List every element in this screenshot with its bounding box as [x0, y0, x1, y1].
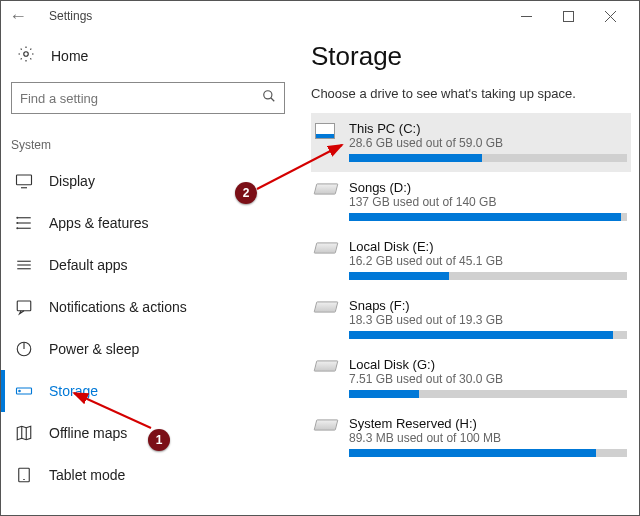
sidebar-item-label: Default apps [49, 257, 128, 273]
drive-usage: 28.6 GB used out of 59.0 GB [349, 136, 627, 150]
sidebar-item-default-apps[interactable]: Default apps [1, 244, 297, 286]
search-box[interactable] [11, 82, 285, 114]
annotation-marker-2: 2 [235, 182, 257, 204]
close-button[interactable] [589, 2, 631, 30]
drive-usage: 89.3 MB used out of 100 MB [349, 431, 627, 445]
sidebar-item-apps[interactable]: Apps & features [1, 202, 297, 244]
drive-usage: 137 GB used out of 140 GB [349, 195, 627, 209]
sidebar-item-label: Power & sleep [49, 341, 139, 357]
svg-point-5 [264, 91, 272, 99]
window-title: Settings [49, 9, 92, 23]
drive-row[interactable]: Local Disk (E:)16.2 GB used out of 45.1 … [311, 231, 631, 290]
default-apps-icon [13, 256, 35, 274]
usage-bar [349, 272, 627, 280]
search-input[interactable] [20, 91, 262, 106]
svg-point-22 [19, 390, 21, 392]
page-description: Choose a drive to see what's taking up s… [311, 86, 631, 101]
svg-point-13 [17, 223, 18, 224]
drive-row[interactable]: System Reserved (H:)89.3 MB used out of … [311, 408, 631, 467]
section-label: System [1, 120, 297, 160]
sidebar-item-power[interactable]: Power & sleep [1, 328, 297, 370]
drive-name: This PC (C:) [349, 121, 627, 136]
usage-bar [349, 390, 627, 398]
usage-bar [349, 213, 627, 221]
maps-icon [13, 424, 35, 442]
svg-rect-18 [17, 301, 31, 311]
minimize-button[interactable] [505, 2, 547, 30]
maximize-button[interactable] [547, 2, 589, 30]
sidebar-item-notifications[interactable]: Notifications & actions [1, 286, 297, 328]
sidebar-item-label: Notifications & actions [49, 299, 187, 315]
disk-icon [315, 298, 341, 339]
drive-row[interactable]: Snaps (F:)18.3 GB used out of 19.3 GB [311, 290, 631, 349]
titlebar: ← Settings [1, 1, 639, 31]
drive-row[interactable]: This PC (C:)28.6 GB used out of 59.0 GB [311, 113, 631, 172]
annotation-marker-1: 1 [148, 429, 170, 451]
svg-point-14 [17, 228, 18, 229]
sidebar-item-storage[interactable]: Storage [1, 370, 297, 412]
sidebar-item-label: Apps & features [49, 215, 149, 231]
svg-point-4 [24, 52, 29, 57]
usage-bar [349, 331, 627, 339]
usage-bar [349, 449, 627, 457]
notifications-icon [13, 298, 35, 316]
drive-name: Songs (D:) [349, 180, 627, 195]
apps-icon [13, 214, 35, 232]
usage-bar [349, 154, 627, 162]
sidebar-item-tablet[interactable]: Tablet mode [1, 454, 297, 496]
drive-usage: 7.51 GB used out of 30.0 GB [349, 372, 627, 386]
svg-rect-1 [563, 11, 573, 21]
search-icon [262, 89, 276, 107]
svg-rect-7 [17, 175, 32, 185]
home-label: Home [51, 48, 88, 64]
drive-row[interactable]: Local Disk (G:)7.51 GB used out of 30.0 … [311, 349, 631, 408]
power-icon [13, 340, 35, 358]
sidebar-item-label: Storage [49, 383, 98, 399]
sidebar-item-label: Display [49, 173, 95, 189]
sidebar-item-label: Offline maps [49, 425, 127, 441]
drive-name: Snaps (F:) [349, 298, 627, 313]
svg-point-12 [17, 217, 18, 218]
drive-name: Local Disk (G:) [349, 357, 627, 372]
drive-name: System Reserved (H:) [349, 416, 627, 431]
tablet-icon [13, 466, 35, 484]
disk-icon [315, 416, 341, 457]
display-icon [13, 172, 35, 190]
svg-line-6 [271, 98, 275, 102]
gear-icon [17, 45, 37, 66]
back-button[interactable]: ← [9, 6, 33, 27]
storage-icon [13, 382, 35, 400]
disk-icon [315, 180, 341, 221]
sidebar-item-label: Tablet mode [49, 467, 125, 483]
disk-icon [315, 239, 341, 280]
main-panel: Storage Choose a drive to see what's tak… [297, 31, 639, 515]
disk-icon [315, 357, 341, 398]
page-title: Storage [311, 41, 631, 72]
home-button[interactable]: Home [1, 39, 297, 74]
drive-usage: 18.3 GB used out of 19.3 GB [349, 313, 627, 327]
drive-usage: 16.2 GB used out of 45.1 GB [349, 254, 627, 268]
drive-row[interactable]: Songs (D:)137 GB used out of 140 GB [311, 172, 631, 231]
pc-icon [315, 121, 341, 162]
drive-name: Local Disk (E:) [349, 239, 627, 254]
